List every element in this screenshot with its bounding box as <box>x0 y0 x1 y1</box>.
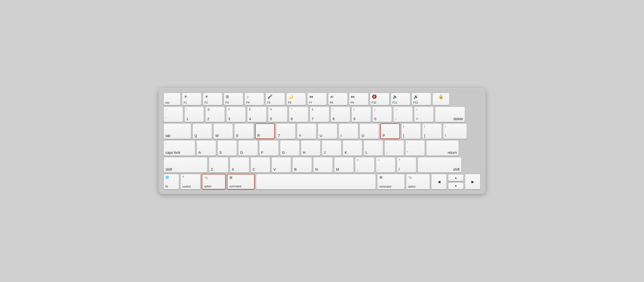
key-backslash[interactable]: | \ <box>443 123 467 139</box>
key-m[interactable]: M <box>334 157 354 173</box>
key-equals-top: + <box>416 108 418 111</box>
key-f8[interactable]: ⏯ F8 <box>328 93 348 105</box>
key-p[interactable]: P <box>380 123 400 139</box>
key-8[interactable]: * 8 <box>331 107 350 122</box>
key-rbracket[interactable]: } ] <box>422 123 442 139</box>
key-1[interactable]: ! 1 <box>184 107 204 122</box>
key-lbracket[interactable]: { [ <box>401 123 421 139</box>
key-4[interactable]: $ 4 <box>247 107 267 122</box>
key-u[interactable]: U <box>318 123 337 139</box>
key-caps[interactable]: • caps lock <box>164 140 195 156</box>
key-f3-icon: ⊞ <box>226 94 229 99</box>
key-space[interactable] <box>256 174 376 190</box>
key-e-label: E <box>236 134 238 137</box>
key-6[interactable]: ^ 6 <box>289 107 308 122</box>
key-equals-bottom: = <box>416 117 418 121</box>
key-f10[interactable]: 🔇 F10 <box>370 93 389 105</box>
arrow-down-icon: ▼ <box>455 184 457 187</box>
key-3[interactable]: # 3 <box>226 107 246 122</box>
key-t[interactable]: T <box>276 123 296 139</box>
key-g[interactable]: G <box>280 140 300 156</box>
key-loption[interactable]: ⌥ option <box>202 174 226 190</box>
key-s[interactable]: S <box>217 140 237 156</box>
key-f5[interactable]: 🎤 F5 <box>265 93 285 105</box>
key-j[interactable]: J <box>322 140 341 156</box>
key-b[interactable]: B <box>292 157 312 173</box>
key-r[interactable]: R <box>255 123 275 139</box>
key-q-label: Q <box>194 134 197 137</box>
key-5[interactable]: % 5 <box>268 107 288 122</box>
key-7[interactable]: & 7 <box>310 107 329 122</box>
key-slash-bottom: / <box>399 168 400 171</box>
key-f[interactable]: F <box>259 140 279 156</box>
key-lshift[interactable]: shift <box>164 157 208 173</box>
key-quote[interactable]: " ' <box>405 140 425 156</box>
key-lcommand[interactable]: ⌘ command <box>227 174 255 190</box>
key-i[interactable]: I <box>339 123 358 139</box>
key-9-bottom: 9 <box>353 117 355 121</box>
key-f1[interactable]: ☀ F1 <box>182 93 202 105</box>
key-x[interactable]: X <box>230 157 249 173</box>
key-2[interactable]: @ 2 <box>205 107 225 122</box>
key-3-bottom: 3 <box>228 117 230 121</box>
key-0-top: ) <box>374 108 375 111</box>
key-arrow-down[interactable]: ▼ <box>448 182 464 190</box>
key-f6-label: F6 <box>288 101 291 104</box>
key-d[interactable]: D <box>238 140 258 156</box>
key-fn[interactable]: 🌐 fn <box>164 174 179 190</box>
key-a[interactable]: A <box>196 140 216 156</box>
key-semi[interactable]: : ; <box>384 140 404 156</box>
key-l[interactable]: L <box>364 140 383 156</box>
key-equals[interactable]: + = <box>414 107 434 122</box>
key-f2[interactable]: ☀ F2 <box>203 93 222 105</box>
key-k[interactable]: K <box>343 140 362 156</box>
key-q[interactable]: Q <box>192 123 212 139</box>
key-5-top: % <box>270 108 272 111</box>
key-f8-icon: ⏯ <box>330 94 334 99</box>
key-f4-icon: ⌕ <box>247 94 249 99</box>
key-f9-label: F9 <box>351 101 354 104</box>
key-w[interactable]: W <box>213 123 233 139</box>
key-c[interactable]: C <box>251 157 270 173</box>
key-f4[interactable]: ⌕ F4 <box>245 93 264 105</box>
key-lock[interactable]: 🔒 <box>432 93 450 105</box>
key-f12[interactable]: 🔊 F12 <box>412 93 431 105</box>
key-esc[interactable]: esc <box>164 93 181 105</box>
key-comma[interactable]: < , <box>355 157 375 173</box>
key-arrow-right[interactable]: ▶ <box>465 174 480 190</box>
key-n-label: N <box>315 168 318 171</box>
key-n[interactable]: N <box>313 157 333 173</box>
key-f9[interactable]: ⏭ F9 <box>349 93 369 105</box>
key-delete[interactable]: delete <box>435 107 465 122</box>
key-f7[interactable]: ⏮ F7 <box>307 93 327 105</box>
key-7-top: & <box>312 108 313 111</box>
key-f6[interactable]: 🌙 F6 <box>286 93 306 105</box>
bottom-row: 🌐 fn ^ control ⌥ option ⌘ command ⌘ comm… <box>164 174 480 190</box>
key-arrow-left[interactable]: ◀ <box>431 174 447 190</box>
key-l-label: L <box>366 151 368 154</box>
key-v[interactable]: V <box>271 157 291 173</box>
key-f3[interactable]: ⊞ F3 <box>224 93 243 105</box>
key-control[interactable]: ^ control <box>180 174 200 190</box>
key-e[interactable]: E <box>234 123 254 139</box>
key-tilde[interactable]: ~ ` <box>164 107 183 122</box>
key-o[interactable]: O <box>359 123 379 139</box>
key-rcommand[interactable]: ⌘ command <box>377 174 405 190</box>
key-period[interactable]: > . <box>376 157 395 173</box>
key-arrow-up[interactable]: ▲ <box>448 174 464 181</box>
key-y[interactable]: Y <box>297 123 316 139</box>
key-f11[interactable]: 🔈 F11 <box>391 93 410 105</box>
key-z[interactable]: Z <box>209 157 228 173</box>
key-h[interactable]: H <box>301 140 320 156</box>
key-roption[interactable]: ⌥ option <box>406 174 430 190</box>
key-rshift[interactable]: shift <box>418 157 462 173</box>
key-lshift-label: shift <box>166 168 172 171</box>
key-slash[interactable]: ? / <box>397 157 416 173</box>
key-esc-label: esc <box>165 101 170 104</box>
key-minus[interactable]: — - <box>393 107 413 122</box>
key-9[interactable]: ( 9 <box>351 107 371 122</box>
key-f7-label: F7 <box>309 101 312 104</box>
key-tab[interactable]: tab <box>164 123 191 139</box>
key-return[interactable]: return <box>426 140 459 156</box>
key-0[interactable]: ) 0 <box>372 107 392 122</box>
